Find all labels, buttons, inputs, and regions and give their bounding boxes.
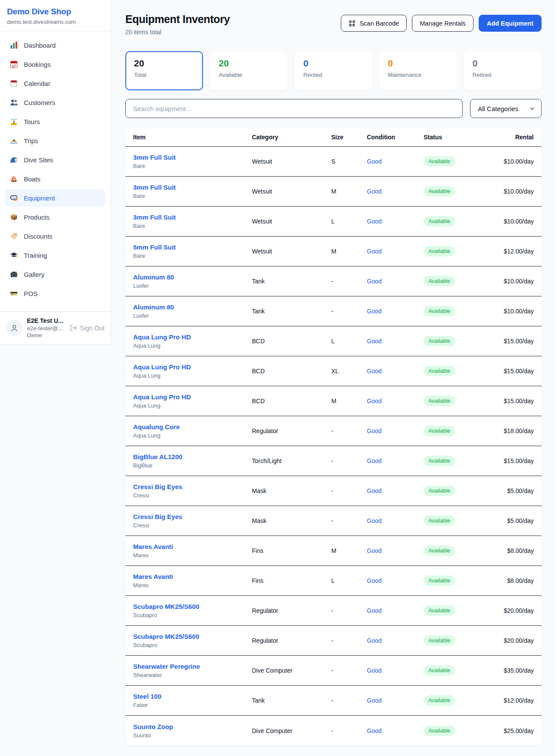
item-condition-link[interactable]: Good [367,487,424,494]
item-brand: Mares [133,582,252,588]
item-condition-link[interactable]: Good [367,248,424,255]
item-name-link[interactable]: Shearwater Peregrine [133,663,252,670]
item-condition-link[interactable]: Good [367,308,424,315]
sidebar-item-pos[interactable]: POS [5,285,105,302]
user-section: E2E Test U... e2e-tester@... Owner Sign … [0,311,111,344]
item-name-link[interactable]: 3mm Full Suit [133,184,252,191]
manage-rentals-button[interactable]: Manage Rentals [412,15,473,32]
item-condition-link[interactable]: Good [367,398,424,404]
item-size: XL [331,368,367,375]
item-name-link[interactable]: 5mm Full Suit [133,243,252,251]
sidebar-item-gallery[interactable]: Gallery [5,266,105,283]
item-name-link[interactable]: BigBlue AL1200 [133,453,252,460]
status-badge: Available [424,486,455,496]
sidebar-item-products[interactable]: Products [5,208,105,226]
item-name-link[interactable]: 3mm Full Suit [133,214,252,221]
stat-card-total[interactable]: 20 Total [125,51,203,90]
item-size: L [331,218,367,225]
item-name-link[interactable]: Suunto Zoop [133,723,252,730]
item-condition-link[interactable]: Good [367,607,424,614]
item-condition-link[interactable]: Good [367,368,424,375]
item-brand: Bare [133,223,252,229]
item-condition-link[interactable]: Good [367,637,424,644]
table-row: Aqualung Core Aqua Lung Regulator - Good… [125,416,542,446]
item-condition-link[interactable]: Good [367,278,424,285]
item-name-link[interactable]: Aqua Lung Pro HD [133,393,252,401]
item-name-link[interactable]: Steel 100 [133,693,252,700]
brand-title[interactable]: Demo Dive Shop [7,7,104,16]
stat-card-available[interactable]: 20 Available [210,51,287,90]
item-size: - [331,487,367,494]
scan-barcode-button[interactable]: Scan Barcode [341,15,407,32]
sidebar-item-discounts[interactable]: Discounts [5,227,105,245]
item-condition-link[interactable]: Good [367,188,424,195]
sidebar-item-training[interactable]: Training [5,247,105,264]
sidebar-item-label: Products [24,214,49,221]
item-condition-link[interactable]: Good [367,338,424,345]
item-name-link[interactable]: Aluminum 80 [133,303,252,311]
item-rental-price: $25.00/day [493,727,534,734]
item-size: M [331,398,367,404]
item-condition-link[interactable]: Good [367,697,424,704]
sidebar-item-customers[interactable]: Customers [5,94,105,111]
search-input[interactable] [125,99,463,118]
stat-card-retired[interactable]: 0 Retired [464,51,542,90]
item-size: - [331,427,367,434]
item-rental-price: $12.00/day [493,697,534,704]
table-row: Cressi Big Eyes Cressi Mask - Good Avail… [125,476,542,506]
item-name-link[interactable]: Aluminum 80 [133,273,252,281]
stat-label: Retired [473,72,533,78]
item-rental-price: $15.00/day [493,368,534,375]
item-name-link[interactable]: Cressi Big Eyes [133,513,252,520]
sign-out-button[interactable]: Sign Out [70,324,104,332]
item-category: Fins [252,547,331,554]
item-condition-link[interactable]: Good [367,158,424,165]
item-brand: Aqua Lung [133,342,252,349]
item-condition-link[interactable]: Good [367,727,424,734]
equipment-icon [10,194,18,202]
page-header: Equipment Inventory 20 items total Scan … [125,13,542,36]
item-rental-price: $18.00/day [493,427,534,434]
bookings-icon: 17 [10,60,18,69]
item-name-link[interactable]: Scubapro MK25/S600 [133,633,252,640]
stat-card-maintenance[interactable]: 0 Maintenance [379,51,457,90]
item-rental-price: $12.00/day [493,248,534,255]
status-badge: Available [424,546,455,556]
stat-card-rented[interactable]: 0 Rented [294,51,372,90]
item-condition-link[interactable]: Good [367,427,424,434]
status-badge: Available [424,516,455,526]
item-brand: Shearwater [133,672,252,678]
item-condition-link[interactable]: Good [367,667,424,674]
item-name-link[interactable]: 3mm Full Suit [133,154,252,161]
item-condition-link[interactable]: Good [367,577,424,584]
category-select[interactable]: All Categories [470,99,542,118]
item-size: - [331,727,367,734]
status-badge: Available [424,156,455,167]
item-name-link[interactable]: Mares Avanti [133,573,252,580]
avatar[interactable] [6,320,23,336]
sidebar-item-dashboard[interactable]: Dashboard [5,36,105,54]
item-category: BCD [252,368,331,375]
sidebar-item-dive-sites[interactable]: Dive Sites [5,151,105,168]
item-name-link[interactable]: Scubapro MK25/S600 [133,603,252,610]
sidebar-item-calendar[interactable]: Calendar [5,75,105,92]
item-name-link[interactable]: Aqualung Core [133,423,252,431]
item-name-link[interactable]: Cressi Big Eyes [133,483,252,490]
sidebar-item-equipment[interactable]: Equipment [5,189,105,207]
add-equipment-button[interactable]: Add Equipment [479,15,542,32]
table-row: Aqua Lung Pro HD Aqua Lung BCD M Good Av… [125,386,542,416]
item-size: - [331,278,367,285]
page-title: Equipment Inventory [125,13,230,26]
sidebar-item-boats[interactable]: Boats [5,170,105,187]
item-condition-link[interactable]: Good [367,457,424,464]
item-name-link[interactable]: Aqua Lung Pro HD [133,363,252,371]
item-condition-link[interactable]: Good [367,517,424,524]
sidebar-item-trips[interactable]: Trips [5,132,105,149]
item-condition-link[interactable]: Good [367,218,424,225]
sidebar-item-tours[interactable]: Tours [5,113,105,130]
sidebar-item-bookings[interactable]: 17 Bookings [5,56,105,73]
item-condition-link[interactable]: Good [367,547,424,554]
item-name-link[interactable]: Mares Avanti [133,543,252,550]
item-brand: Luxfer [133,283,252,289]
item-name-link[interactable]: Aqua Lung Pro HD [133,333,252,341]
